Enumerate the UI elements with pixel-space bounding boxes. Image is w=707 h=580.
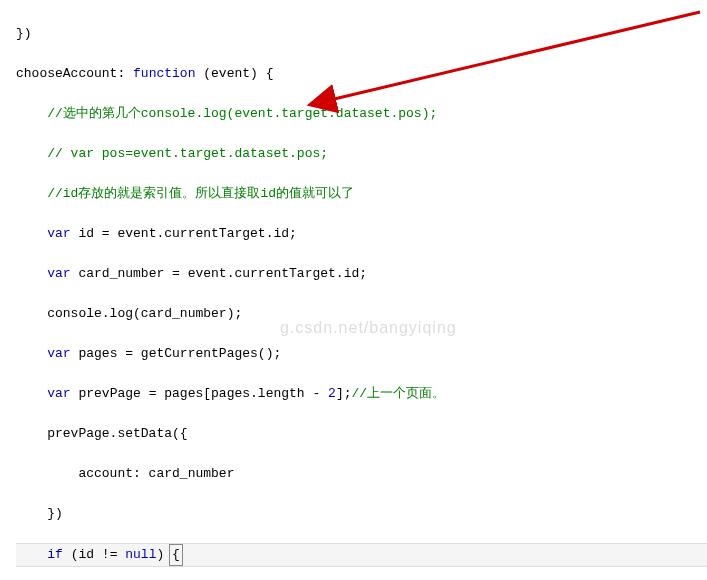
code-line: }) — [16, 24, 707, 44]
code-line-highlight: if (id != null) { — [16, 543, 707, 567]
brace-box: { — [169, 544, 183, 566]
code-line: }) — [16, 504, 707, 524]
code-line: var card_number = event.currentTarget.id… — [16, 264, 707, 284]
code-line: //id存放的就是索引值。所以直接取id的值就可以了 — [16, 184, 707, 204]
code-line: prevPage.setData({ — [16, 424, 707, 444]
code-line: chooseAccount: function (event) { — [16, 64, 707, 84]
code-line: account: card_number — [16, 464, 707, 484]
code-line: var pages = getCurrentPages(); — [16, 344, 707, 364]
code-line: var prevPage = pages[pages.length - 2];/… — [16, 384, 707, 404]
code-line: //选中的第几个console.log(event.target.dataset… — [16, 104, 707, 124]
code-block: }) chooseAccount: function (event) { //选… — [0, 0, 707, 580]
code-line: var id = event.currentTarget.id; — [16, 224, 707, 244]
code-line: console.log(card_number); — [16, 304, 707, 324]
code-line: // var pos=event.target.dataset.pos; — [16, 144, 707, 164]
